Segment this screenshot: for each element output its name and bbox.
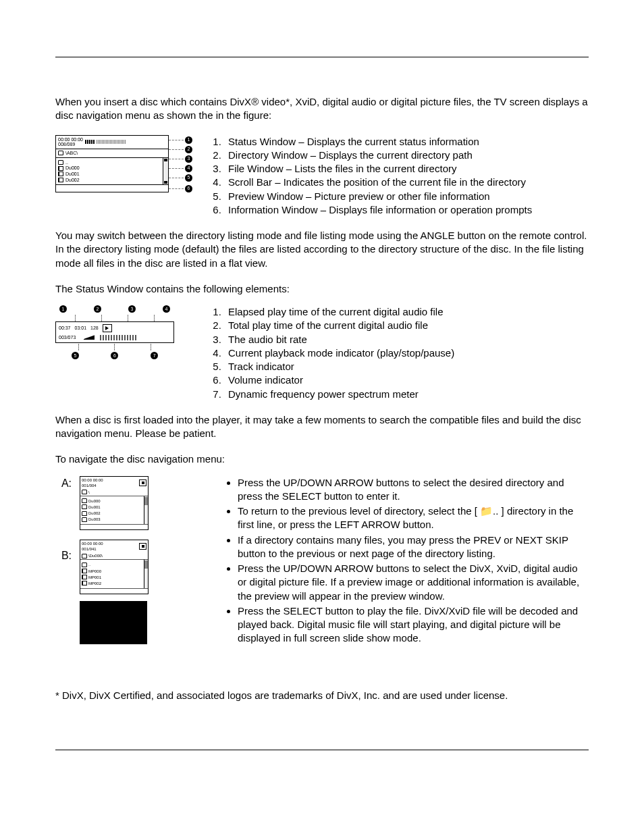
fig-status-time: 00:00 00:00: [58, 137, 83, 142]
status-figure-cell: 1 2 3 4 00:37 03:01 128 003/073: [55, 305, 197, 359]
fig-scrollbar: [163, 158, 168, 185]
status-figure-row: 1 2 3 4 00:37 03:01 128 003/073: [55, 305, 589, 413]
callout-6: 6: [185, 185, 192, 192]
sw-bitrate: 128: [90, 325, 99, 331]
list-item: Scroll Bar – Indicates the position of t…: [224, 176, 589, 189]
step-a-figure: 00:00 00:00001/004 \ Du000 Du001 Du002 D…: [80, 476, 149, 531]
fig-status-window: 00:00 00:00 008/089: [56, 136, 168, 149]
mini-sub: 001/004: [82, 483, 103, 488]
mini-sub: 001/041: [82, 546, 103, 552]
fig-directory-window: \ABC\: [56, 149, 168, 158]
step-c-figure: [80, 601, 147, 644]
fig-info-window: [56, 184, 168, 192]
list-item: To return to the previous level of direc…: [238, 504, 589, 532]
document-page: When you insert a disc which contains Di…: [0, 0, 644, 834]
sw-callout-7: 7: [151, 352, 158, 359]
fig-file-list: .. Du000 Du001 Du002: [56, 158, 163, 185]
stop-icon: [139, 479, 146, 486]
mini-hdr: 00:00 00:00: [82, 477, 103, 483]
sw-box: 00:37 03:01 128 003/073: [55, 321, 174, 343]
sw-callout-6: 6: [111, 352, 118, 359]
callout-5: 5: [185, 174, 192, 182]
fig-file-item: Du002: [65, 178, 80, 183]
step-a-label: A:: [55, 476, 76, 491]
sw-callout-4: 4: [163, 305, 170, 313]
folder-icon: [82, 498, 87, 503]
file-icon: [58, 172, 63, 176]
fig-dir-path: \ABC\: [65, 151, 78, 156]
list-item: Press the SELECT button to play the file…: [238, 604, 589, 646]
list-item: Directory Window – Displays the current …: [224, 149, 589, 162]
switch-paragraph: You may switch between the directory lis…: [55, 229, 589, 270]
bottom-rule: [55, 750, 589, 750]
navigate-figures: A: B: 00:00 00:00001/004 \ Du000 Du001 D…: [55, 476, 211, 644]
mini-item: Du002: [88, 511, 101, 516]
mini-item: MP000: [88, 569, 101, 574]
mini-item: Du000: [88, 498, 101, 504]
navigate-bullets: Press the UP/DOWN ARROW buttons to selec…: [220, 476, 589, 646]
step-b-figure: 00:00 00:00001/041 \Du000\ .. MP000 MP00…: [80, 540, 149, 594]
folder-icon: [82, 563, 87, 567]
top-rule: [55, 57, 589, 57]
sw-callout-3: 3: [128, 305, 136, 313]
list-item: Information Window – Displays file infor…: [224, 203, 589, 217]
sw-callout-2: 2: [94, 305, 101, 313]
volume-icon: [81, 335, 95, 340]
callout-2: 2: [185, 146, 192, 153]
file-icon: [82, 569, 87, 573]
file-icon: [82, 575, 87, 579]
folder-icon: [58, 160, 63, 165]
stop-icon: [139, 543, 146, 550]
callout-4: 4: [185, 165, 192, 172]
mini-scrollbar: [144, 496, 148, 524]
sw-total: 03:01: [75, 325, 87, 331]
list-item: The audio bit rate: [224, 333, 589, 346]
step-b-label: B:: [55, 548, 76, 563]
spectrum-icon: [100, 335, 137, 340]
list-item: Current playback mode indicator (play/st…: [224, 346, 589, 360]
file-icon: [82, 581, 87, 585]
fig-status-track: 008/089: [58, 142, 83, 147]
nav-window-list: Status Window – Displays the current sta…: [207, 135, 589, 217]
folder-icon: [82, 511, 87, 516]
fig-callouts: 1 2 3 4 5 6: [169, 135, 196, 193]
folder-icon: [82, 504, 87, 509]
play-icon: [103, 324, 112, 332]
mini-hdr: 00:00 00:00: [82, 541, 103, 546]
mini-item: Du003: [88, 517, 101, 522]
file-icon: [58, 166, 63, 171]
mini-item: ..: [88, 562, 90, 567]
intro-paragraph: When you insert a disc which contains Di…: [55, 95, 589, 123]
list-item: Press the UP/DOWN ARROW buttons to selec…: [238, 476, 589, 504]
list-item: Preview Window – Picture preview or othe…: [224, 190, 589, 203]
list-item: File Window – Lists the files in the cur…: [224, 162, 589, 176]
navigate-paragraph: To navigate the disc navigation menu:: [55, 452, 589, 466]
fig-file-item: Du000: [65, 165, 80, 171]
mini-item: MP002: [88, 581, 101, 586]
fig-file-item: Du001: [65, 172, 80, 177]
mini-path: \: [88, 490, 90, 495]
status-window-figure: 1 2 3 4 00:37 03:01 128 003/073: [55, 305, 174, 359]
list-item: Status Window – Displays the current sta…: [224, 135, 589, 149]
footnote: * DivX, DivX Certified, and associated l…: [55, 689, 589, 702]
nav-figure-row: 00:00 00:00 008/089 \ABC\ .. Du000 Du001: [55, 135, 589, 230]
sw-callout-1: 1: [59, 305, 67, 313]
nav-figure-cell: 00:00 00:00 008/089 \ABC\ .. Du000 Du001: [55, 135, 197, 193]
file-icon: [58, 178, 63, 182]
sw-elapsed: 00:37: [59, 325, 71, 331]
list-item: Volume indicator: [224, 373, 589, 387]
list-item: If a directory contains many files, you …: [238, 533, 589, 561]
loading-paragraph: When a disc is first loaded into the pla…: [55, 413, 589, 441]
mini-item: MP001: [88, 575, 101, 580]
spectrum-icon: [97, 140, 126, 144]
mini-item: Du001: [88, 504, 101, 510]
disc-nav-figure: 00:00 00:00 008/089 \ABC\ .. Du000 Du001: [55, 135, 169, 193]
status-window-list: Elapsed play time of the current digital…: [207, 305, 589, 401]
sw-track: 003/073: [59, 334, 76, 340]
folder-icon: [82, 517, 87, 522]
fig-file-item: ..: [65, 160, 68, 165]
list-item: Track indicator: [224, 360, 589, 373]
callout-3: 3: [185, 155, 192, 163]
mini-scrollbar: [144, 559, 148, 588]
folder-icon: [82, 490, 87, 494]
